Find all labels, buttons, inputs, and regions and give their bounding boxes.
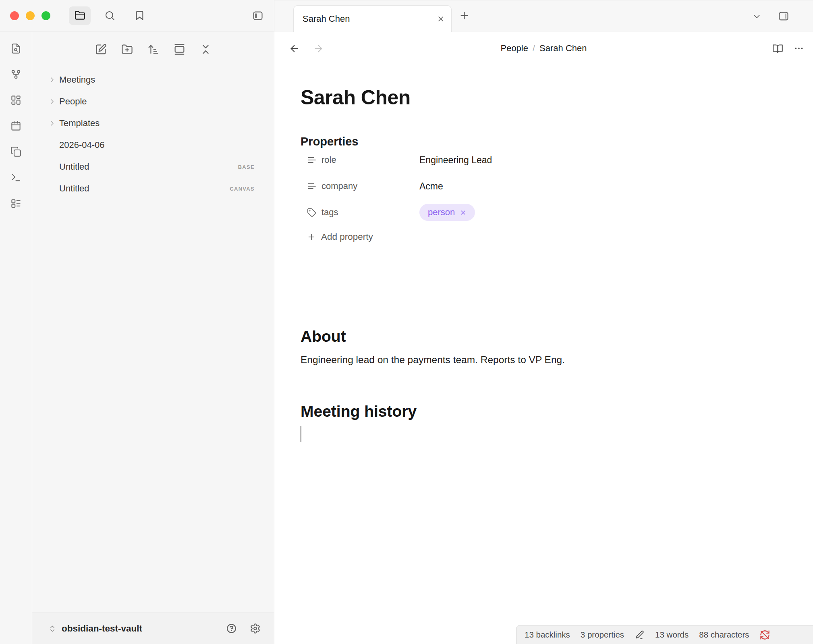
- tag-pill-label[interactable]: person: [428, 207, 455, 218]
- tag-pill[interactable]: person: [419, 204, 475, 221]
- files-tab-button[interactable]: [69, 6, 91, 25]
- help-circle-icon: [226, 623, 237, 634]
- gallery-vertical-icon[interactable]: [174, 44, 185, 55]
- property-key[interactable]: company: [321, 181, 419, 191]
- remove-tag-icon[interactable]: [460, 209, 467, 216]
- property-value[interactable]: Acme: [419, 181, 443, 192]
- collapse-right-sidebar-button[interactable]: [778, 10, 789, 22]
- new-tab-button[interactable]: [459, 10, 470, 21]
- sync-disabled-icon[interactable]: [759, 629, 770, 640]
- list-detail-icon[interactable]: [10, 198, 21, 209]
- zoom-window-button[interactable]: [41, 11, 50, 20]
- breadcrumb: People / Sarah Chen: [274, 43, 813, 54]
- tree-item-label: Templates: [59, 118, 100, 129]
- tree-folder-templates[interactable]: Templates: [33, 112, 274, 134]
- new-folder-icon[interactable]: [121, 44, 133, 55]
- navigate-forward-button[interactable]: [313, 43, 324, 54]
- more-options-button[interactable]: [794, 43, 804, 54]
- collapse-all-icon[interactable]: [200, 44, 212, 55]
- breadcrumb-note[interactable]: Sarah Chen: [539, 43, 587, 54]
- chevron-right-icon[interactable]: [48, 76, 59, 83]
- settings-button[interactable]: [250, 623, 261, 634]
- vault-switcher[interactable]: obsidian-test-vault: [48, 623, 142, 634]
- bookmarks-tab-button[interactable]: [129, 6, 150, 25]
- obsidian-window: Meetings People Templates 2026-04-06: [0, 0, 813, 644]
- navigate-back-button[interactable]: [289, 43, 300, 54]
- file-explorer: Meetings People Templates 2026-04-06: [33, 32, 274, 613]
- ribbon: [0, 32, 32, 644]
- meeting-history-heading[interactable]: Meeting history: [301, 403, 417, 420]
- edit-mode-pencil-icon[interactable]: [635, 630, 645, 640]
- tree-item-label: Meetings: [59, 75, 95, 85]
- add-property-label: Add property: [321, 232, 373, 242]
- view-header: People / Sarah Chen: [274, 32, 813, 65]
- properties-count[interactable]: 3 properties: [581, 630, 624, 640]
- bookmark-icon: [134, 10, 145, 21]
- close-window-button[interactable]: [10, 11, 19, 20]
- property-row-role[interactable]: role Engineering Lead: [307, 150, 492, 170]
- tree-item-label: Untitled: [59, 162, 89, 172]
- chevron-right-icon[interactable]: [48, 98, 59, 105]
- file-explorer-toolbar: [33, 32, 274, 66]
- copy-icon[interactable]: [10, 146, 21, 157]
- graph-icon[interactable]: [10, 69, 21, 80]
- sort-order-icon[interactable]: [147, 44, 159, 55]
- breadcrumb-folder[interactable]: People: [500, 43, 528, 54]
- text-property-icon: [307, 155, 321, 165]
- collapse-left-sidebar-button[interactable]: [252, 10, 263, 21]
- add-property-button[interactable]: Add property: [307, 232, 373, 242]
- tab-list-dropdown-button[interactable]: [752, 11, 762, 21]
- minimize-window-button[interactable]: [26, 11, 35, 20]
- note-title[interactable]: Sarah Chen: [301, 86, 411, 109]
- about-body[interactable]: Engineering lead on the payments team. R…: [301, 354, 565, 366]
- titlebar: [0, 0, 274, 31]
- file-search-icon[interactable]: [10, 43, 21, 54]
- tree-file-untitled-canvas[interactable]: Untitled CANVAS: [33, 178, 274, 199]
- tag-icon: [307, 208, 321, 217]
- character-count[interactable]: 88 characters: [699, 630, 749, 640]
- search-tab-button[interactable]: [99, 6, 120, 25]
- tab-sarah-chen[interactable]: Sarah Chen: [293, 5, 452, 32]
- chevrons-up-down-icon: [48, 625, 56, 633]
- about-heading[interactable]: About: [301, 328, 346, 345]
- file-type-badge: BASE: [238, 164, 255, 170]
- property-row-tags[interactable]: tags person: [307, 202, 475, 223]
- chevron-down-icon: [752, 11, 762, 21]
- arrow-left-icon: [289, 43, 300, 54]
- word-count[interactable]: 13 words: [655, 630, 689, 640]
- property-row-company[interactable]: company Acme: [307, 176, 443, 197]
- backlinks-count[interactable]: 13 backlinks: [525, 630, 570, 640]
- tree-folder-people[interactable]: People: [33, 91, 274, 112]
- help-button[interactable]: [226, 623, 237, 634]
- breadcrumb-separator: /: [533, 43, 535, 54]
- chevron-right-icon[interactable]: [48, 120, 59, 127]
- text-cursor: [301, 426, 301, 442]
- folder-icon: [75, 10, 85, 21]
- dashboard-icon[interactable]: [10, 95, 21, 106]
- properties-heading[interactable]: Properties: [301, 135, 358, 148]
- tree-file-untitled-base[interactable]: Untitled BASE: [33, 156, 274, 178]
- property-value[interactable]: Engineering Lead: [419, 155, 492, 166]
- tree-item-label: People: [59, 96, 87, 107]
- tree-note-daily[interactable]: 2026-04-06: [33, 134, 274, 156]
- vault-name: obsidian-test-vault: [62, 623, 142, 634]
- titlebar-buttons: [69, 6, 150, 25]
- tree-item-label: 2026-04-06: [59, 140, 105, 150]
- tab-title: Sarah Chen: [303, 14, 437, 24]
- book-open-icon: [772, 43, 783, 54]
- tree-folder-meetings[interactable]: Meetings: [33, 69, 274, 91]
- calendar-icon[interactable]: [10, 120, 21, 131]
- reading-mode-button[interactable]: [772, 43, 783, 54]
- tree-item-label: Untitled: [59, 183, 89, 194]
- tab-close-button[interactable]: [437, 15, 445, 23]
- vault-bar: obsidian-test-vault: [32, 613, 274, 644]
- note-editor[interactable]: Sarah Chen Properties role Engineering L…: [301, 65, 796, 625]
- text-property-icon: [307, 181, 321, 191]
- terminal-icon[interactable]: [10, 172, 21, 183]
- gear-icon: [250, 623, 261, 634]
- panel-right-icon: [778, 10, 789, 22]
- property-key[interactable]: role: [321, 155, 419, 165]
- property-key[interactable]: tags: [321, 207, 419, 218]
- new-note-icon[interactable]: [95, 44, 107, 55]
- plus-icon: [307, 233, 316, 241]
